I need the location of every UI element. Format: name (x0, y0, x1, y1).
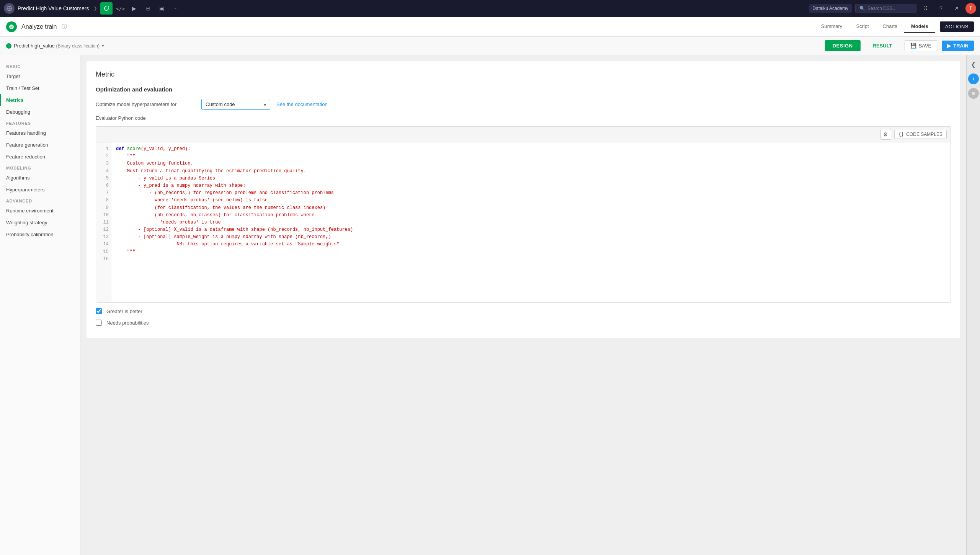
app-logo-icon (4, 3, 15, 14)
sidebar-section-basic: BASIC Target Train / Test Set Metrics De… (0, 61, 80, 118)
sidebar-item-hyperparameters[interactable]: Hyperparameters (0, 184, 80, 196)
refresh-icon-btn[interactable] (100, 2, 113, 15)
code-icon: {} (898, 132, 904, 137)
settings-icon-btn[interactable]: ⚙ (880, 129, 891, 140)
design-button[interactable]: DESIGN (825, 40, 861, 51)
optimization-title: Optimization and evaluation (96, 86, 951, 93)
sidebar-section-modeling: MODELING Algorithms Hyperparameters (0, 163, 80, 196)
needs-probabilities-row: Needs probabilities (96, 320, 951, 326)
sidebar-section-title-modeling: MODELING (0, 163, 80, 172)
code-editor-toolbar: ⚙ {} CODE SAMPLES (96, 126, 951, 142)
app-logo (6, 21, 17, 32)
optimize-select-wrapper[interactable]: Custom code AUC Accuracy F1 Score Precis… (201, 99, 270, 110)
optimize-select[interactable]: Custom code AUC Accuracy F1 Score Precis… (201, 99, 270, 110)
right-panel: ❮ i ⊕ (966, 55, 980, 555)
sidebar-section-features: FEATURES Features handling Feature gener… (0, 118, 80, 163)
breadcrumb-arrow: ❯ (93, 6, 97, 11)
evaluator-label: Evaluator Python code (96, 115, 195, 121)
sidebar-item-probability-calibration[interactable]: Probability calibration (0, 229, 80, 240)
sidebar-section-advanced: ADVANCED Runtime environment Weighting s… (0, 196, 80, 240)
optimize-row: Optimize model hyperparameters for Custo… (96, 99, 951, 110)
actions-button[interactable]: ACTIONS (940, 21, 974, 32)
tab-models[interactable]: Models (904, 20, 935, 33)
sidebar: BASIC Target Train / Test Set Metrics De… (0, 55, 80, 555)
search-placeholder: Search DSS... (867, 6, 897, 11)
top-nav-icons: </> ▶ ⊟ ▣ ··· (100, 2, 181, 15)
sidebar-section-title-features: FEATURES (0, 118, 80, 127)
result-button[interactable]: RESULT (865, 40, 900, 51)
tab-summary[interactable]: Summary (814, 20, 849, 33)
page-title: Metric (96, 70, 951, 78)
sidebar-item-algorithms[interactable]: Algorithms (0, 172, 80, 184)
train-play-icon: ▶ (947, 43, 951, 49)
project-title: Predict High Value Customers (18, 5, 89, 11)
run-icon-btn[interactable]: ▶ (128, 2, 140, 15)
second-bar-tabs: Summary Script Charts Models (814, 20, 935, 33)
right-panel-arrow-icon[interactable]: ❮ (968, 59, 979, 70)
greater-is-better-row: Greater is better (96, 308, 951, 314)
sidebar-item-feature-reduction[interactable]: Feature reduction (0, 151, 80, 163)
greater-is-better-label[interactable]: Greater is better (106, 309, 142, 314)
content-area: Metric Optimization and evaluation Optim… (80, 55, 966, 555)
grid-icon-btn[interactable]: ⠿ (920, 2, 932, 15)
right-panel-info-icon[interactable]: i (968, 73, 979, 84)
optimize-label: Optimize model hyperparameters for (96, 101, 195, 107)
documentation-link[interactable]: See the documentation (276, 101, 328, 107)
right-panel-target-icon[interactable]: ⊕ (968, 88, 979, 99)
sidebar-item-weighting[interactable]: Weighting strategy (0, 217, 80, 229)
tab-charts[interactable]: Charts (876, 20, 904, 33)
model-selector[interactable]: Predict high_value (Binary classificatio… (6, 43, 104, 49)
needs-probabilities-label[interactable]: Needs probabilities (106, 320, 149, 326)
gear-icon: ⚙ (883, 131, 888, 137)
evaluator-row: Evaluator Python code (96, 115, 951, 121)
dataiku-academy-btn[interactable]: Dataiku Academy (809, 4, 852, 13)
save-icon: 💾 (910, 43, 916, 49)
model-name-label: Predict high_value (Binary classificatio… (14, 43, 100, 49)
line-numbers: 1234 5678 9101112 13141516 (96, 142, 111, 302)
code-area[interactable]: 1234 5678 9101112 13141516 def score(y_v… (96, 142, 951, 303)
sidebar-item-feature-generation[interactable]: Feature generation (0, 139, 80, 151)
main-layout: BASIC Target Train / Test Set Metrics De… (0, 55, 980, 555)
monitor-icon-btn[interactable]: ▣ (155, 2, 168, 15)
code-content[interactable]: def score(y_valid, y_pred): """ Custom s… (111, 142, 951, 302)
model-status-dot (6, 43, 11, 49)
train-button[interactable]: ▶ TRAIN (942, 41, 974, 51)
greater-is-better-checkbox[interactable] (96, 308, 102, 314)
needs-probabilities-checkbox[interactable] (96, 320, 102, 326)
sidebar-section-title-basic: BASIC (0, 61, 80, 70)
search-box[interactable]: 🔍 Search DSS... (855, 4, 916, 13)
model-dropdown-icon: ▾ (102, 43, 104, 48)
sidebar-item-features-handling[interactable]: Features handling (0, 127, 80, 139)
code-editor: ⚙ {} CODE SAMPLES 1234 5678 9101112 1314… (96, 126, 951, 303)
search-icon: 🔍 (859, 6, 865, 11)
analyze-title: Analyze train (21, 23, 57, 30)
sidebar-item-debugging[interactable]: Debugging (0, 106, 80, 118)
third-bar: Predict high_value (Binary classificatio… (0, 37, 980, 55)
sidebar-item-metrics[interactable]: Metrics (0, 94, 80, 106)
top-right-icons: ⠿ ? ↗ T (920, 2, 976, 15)
sidebar-section-title-advanced: ADVANCED (0, 196, 80, 205)
sidebar-item-target[interactable]: Target (0, 70, 80, 82)
help-circle-icon[interactable]: ⓘ (62, 23, 67, 30)
sidebar-item-train-test[interactable]: Train / Test Set (0, 82, 80, 94)
save-button[interactable]: 💾 SAVE (905, 40, 938, 51)
second-bar: Analyze train ⓘ Summary Script Charts Mo… (0, 17, 980, 37)
more-icon-btn[interactable]: ··· (169, 2, 181, 15)
top-navbar: Predict High Value Customers ❯ </> ▶ ⊟ ▣… (0, 0, 980, 17)
code-icon-btn[interactable]: </> (114, 2, 126, 15)
help-icon-btn[interactable]: ? (935, 2, 947, 15)
code-samples-button[interactable]: {} CODE SAMPLES (894, 130, 947, 139)
sidebar-item-runtime[interactable]: Runtime environment (0, 205, 80, 217)
deploy-icon-btn[interactable]: ⊟ (142, 2, 154, 15)
tab-script[interactable]: Script (849, 20, 875, 33)
user-avatar[interactable]: T (965, 3, 976, 14)
analytics-icon-btn[interactable]: ↗ (950, 2, 962, 15)
metric-card: Metric Optimization and evaluation Optim… (87, 61, 960, 338)
